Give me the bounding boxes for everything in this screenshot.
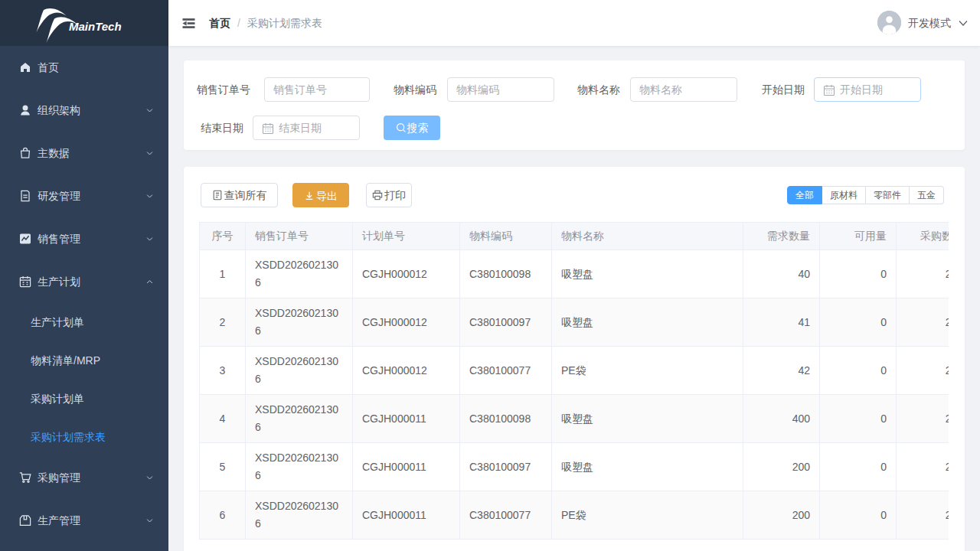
svg-text:MainTech: MainTech (69, 20, 122, 33)
